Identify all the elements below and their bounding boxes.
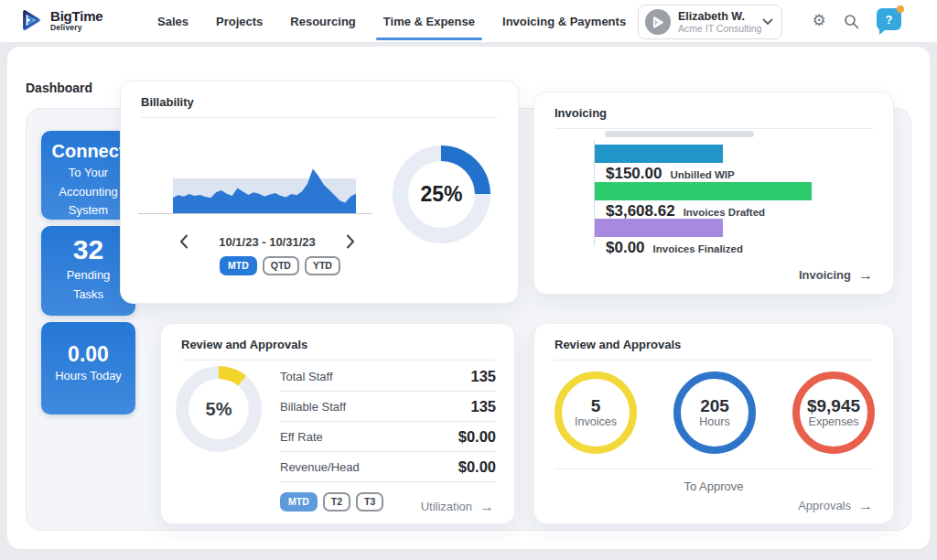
expenses-ring: $9,945 Expenses [792, 372, 875, 454]
period-button-ytd[interactable]: YTD [305, 256, 340, 275]
table-row: Billable Staff 135 [280, 392, 496, 422]
help-chat-icon[interactable]: ? [877, 8, 901, 30]
table-row: Total Staff 135 [280, 361, 496, 392]
invoices-drafted-value: $3,608.62 [606, 202, 675, 221]
billability-card: Billability 10/1/23 - 10/31/23 MTD QTD Y… [120, 81, 519, 304]
dashboard-screen: BigTime Delivery Sales Projects Resourci… [0, 0, 937, 560]
brand-subname: Delivery [50, 23, 103, 32]
utilization-period-t2[interactable]: T2 [323, 492, 350, 512]
period-button-mtd[interactable]: MTD [220, 256, 257, 275]
profile-name: Elizabeth W. [678, 10, 762, 23]
invoicing-card: Invoicing $150.00 Unbilled WIP $3,608.62… [533, 92, 894, 295]
table-row: Revenue/Head $0.00 [280, 452, 496, 482]
unbilled-wip-value: $150.00 [606, 165, 662, 183]
invoicing-partial-bar [605, 131, 754, 137]
approvals-link[interactable]: Approvals→ [798, 499, 873, 512]
arrow-right-icon: → [858, 500, 873, 512]
utilization-card: Review and Approvals 5% Total Staff 135 … [160, 323, 515, 524]
main-menu: Sales Projects Resourcing Time & Expense… [156, 0, 708, 43]
utilization-link[interactable]: Utilization→ [421, 500, 494, 513]
avatar [645, 9, 671, 35]
invoicing-link[interactable]: Invoicing→ [799, 268, 873, 282]
hours-ring: 205 Hours [673, 372, 756, 454]
utilization-donut: 5% [176, 366, 262, 452]
next-period-button[interactable] [342, 233, 359, 250]
brand-name: BigTime [50, 9, 103, 23]
arrow-right-icon: → [479, 501, 494, 513]
utilization-period-mtd[interactable]: MTD [280, 492, 318, 512]
active-tab-underline [376, 38, 482, 40]
notification-dot [897, 5, 904, 13]
profile-org: Acme IT Consulting [678, 23, 762, 34]
chevron-down-icon [762, 18, 773, 26]
top-navbar: BigTime Delivery Sales Projects Resourci… [0, 0, 937, 43]
approvals-title: Review and Approvals [555, 338, 681, 351]
billability-sparkline [121, 156, 386, 221]
brand-logo[interactable]: BigTime Delivery [20, 8, 103, 32]
user-profile-menu[interactable]: Elizabeth W. Acme IT Consulting [638, 5, 782, 39]
invoices-drafted-label: Invoices Drafted [684, 207, 765, 218]
approvals-rings: 5 Invoices 205 Hours $9,945 Expenses [555, 372, 875, 454]
nav-item-time-expense[interactable]: Time & Expense [382, 0, 477, 43]
table-row: Eff Rate $0.00 [280, 422, 496, 452]
utilization-title: Review and Approvals [181, 338, 307, 351]
invoices-finalized-value: $0.00 [606, 239, 645, 257]
billability-percent: 25% [420, 182, 462, 207]
billability-title: Billability [141, 95, 194, 109]
bigtime-logo-icon [20, 8, 44, 32]
prev-period-button[interactable] [176, 233, 192, 250]
settings-gear-icon[interactable]: ⚙ [810, 12, 828, 30]
invoices-finalized-bar [595, 219, 723, 237]
invoices-finalized-label: Invoices Finalized [653, 243, 743, 254]
invoicing-title: Invoicing [555, 106, 607, 120]
nav-item-projects[interactable]: Projects [214, 0, 264, 43]
to-approve-label: To Approve [534, 479, 893, 493]
unbilled-wip-label: Unbilled WIP [670, 169, 734, 180]
hours-today-value: 0.00 [41, 341, 135, 367]
arrow-right-icon: → [858, 269, 873, 282]
page-title: Dashboard [26, 81, 92, 95]
approvals-card: Review and Approvals 5 Invoices 205 Hour… [533, 323, 894, 524]
nav-item-resourcing[interactable]: Resourcing [288, 0, 358, 43]
hours-today-card[interactable]: 0.00 Hours Today [41, 322, 135, 415]
unbilled-wip-bar [595, 145, 723, 163]
utilization-stats-table: Total Staff 135 Billable Staff 135 Eff R… [280, 361, 496, 482]
nav-item-invoicing-payments[interactable]: Invoicing & Payments [501, 0, 628, 43]
utilization-period-t3[interactable]: T3 [356, 492, 383, 512]
billability-donut: 25% [393, 145, 490, 243]
search-icon[interactable] [842, 12, 860, 30]
utilization-percent: 5% [206, 399, 232, 420]
nav-item-sales[interactable]: Sales [156, 0, 190, 43]
invoices-drafted-bar [595, 182, 812, 200]
date-range-label: 10/1/23 - 10/31/23 [219, 235, 316, 249]
help-question-glyph: ? [886, 13, 893, 27]
invoices-ring: 5 Invoices [555, 372, 637, 454]
period-button-qtd[interactable]: QTD [263, 256, 299, 275]
